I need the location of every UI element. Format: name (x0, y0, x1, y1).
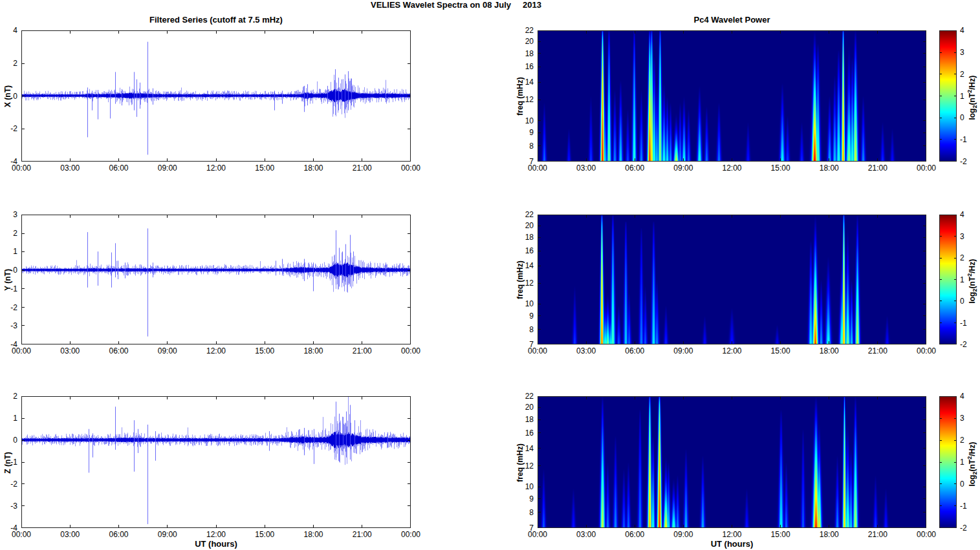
freq-tick-label: 12 (516, 279, 534, 288)
x-tick-label: 00:00 (397, 531, 425, 539)
x-tick-label: 15:00 (250, 531, 279, 539)
colorbar-tick-label: -1 (960, 502, 977, 511)
freq-tick-label: 18 (516, 50, 534, 58)
y-tick-label: -3 (0, 502, 17, 511)
colorbar-tick-label: 4 (960, 26, 977, 35)
freq-tick-label: 7 (516, 524, 534, 533)
y-tick-label: -3 (0, 322, 17, 330)
x-tick-label: 09:00 (669, 347, 697, 355)
freq-tick-label: 16 (516, 429, 534, 438)
freq-tick-label: 12 (516, 462, 534, 471)
colorbar-tick-label: 2 (960, 70, 977, 79)
colorbar-y (939, 215, 957, 344)
freq-tick-label: 9 (516, 129, 534, 137)
x-tick-label: 06:00 (105, 531, 133, 539)
x-tick-label: 15:00 (767, 531, 795, 539)
right-xaxis-label: UT (hours) (538, 539, 926, 549)
colorbar-tick-label: -2 (960, 524, 977, 533)
x-tick-label: 00:00 (912, 531, 941, 539)
z-series-plot (21, 396, 411, 528)
x-tick-label: 03:00 (572, 164, 600, 173)
x-tick-label: 09:00 (669, 531, 697, 539)
x-tick-label: 06:00 (620, 164, 649, 173)
freq-tick-label: 14 (516, 445, 534, 453)
x-tick-label: 00:00 (912, 164, 941, 173)
x-tick-label: 21:00 (864, 347, 892, 355)
x-tick-label: 12:00 (202, 164, 230, 173)
y-tick-label: 0 (0, 436, 17, 445)
x-tick-label: 21:00 (348, 347, 376, 355)
colorbar-tick-label: 0 (960, 114, 977, 122)
freq-tick-label: 14 (516, 78, 534, 87)
x-tick-label: 03:00 (572, 531, 600, 539)
colorbar-tick-label: 4 (960, 211, 977, 219)
right-column-title: Pc4 Wavelet Power (538, 15, 926, 25)
x-tick-label: 09:00 (153, 531, 182, 539)
colorbar-tick-label: 1 (960, 276, 977, 284)
colorbar-tick-label: 0 (960, 480, 977, 489)
x-tick-label: 12:00 (718, 164, 746, 173)
x-tick-label: 15:00 (767, 347, 795, 355)
colorbar-label-sub: 2 (972, 472, 978, 475)
colorbar-tick-label: 0 (960, 297, 977, 306)
x-tick-label: 21:00 (864, 164, 892, 173)
y-tick-label: 1 (0, 414, 17, 423)
colorbar-tick-label: -1 (960, 136, 977, 144)
y-tick-label: 2 (0, 392, 17, 401)
y-tick-label: 4 (0, 26, 17, 35)
x-tick-label: 15:00 (767, 164, 795, 173)
x-tick-label: 03:00 (56, 164, 84, 173)
freq-tick-label: 18 (516, 233, 534, 242)
x-tick-label: 03:00 (572, 347, 600, 355)
colorbar-label-sub: 2 (972, 289, 978, 292)
freq-tick-label: 20 (516, 222, 534, 230)
colorbar-z (939, 396, 957, 528)
x-tick-label: 06:00 (620, 531, 649, 539)
x-tick-label: 15:00 (250, 164, 279, 173)
y-tick-label: 1 (0, 248, 17, 256)
x-tick-label: 18:00 (299, 531, 328, 539)
x-tick-label: 03:00 (56, 347, 84, 355)
x-tick-label: 00:00 (397, 347, 425, 355)
freq-tick-label: 10 (516, 300, 534, 308)
x-tick-label: 21:00 (348, 164, 376, 173)
freq-tick-label: 9 (516, 495, 534, 503)
x-tick-label: 06:00 (105, 164, 133, 173)
x-tick-label: 06:00 (105, 347, 133, 355)
y-tick-label: 0 (0, 92, 17, 101)
freq-tick-label: 22 (516, 26, 534, 35)
y-tick-label: -2 (0, 480, 17, 489)
y-tick-label: -4 (0, 158, 17, 166)
colorbar-tick-label: -2 (960, 158, 977, 166)
freq-tick-label: 7 (516, 158, 534, 166)
x-tick-label: 12:00 (202, 347, 230, 355)
y-tick-label: -2 (0, 125, 17, 133)
colorbar-tick-label: -2 (960, 341, 977, 349)
y-tick-label: -4 (0, 341, 17, 349)
y-tick-label: -4 (0, 524, 17, 533)
figure-title: VELIES Wavelet Spectra on 08 July 2013 (0, 0, 912, 10)
freq-tick-label: 14 (516, 262, 534, 270)
y-tick-label: 2 (0, 59, 17, 68)
freq-tick-label: 8 (516, 326, 534, 334)
freq-tick-label: 20 (516, 37, 534, 46)
x-tick-label: 18:00 (815, 347, 844, 355)
colorbar-tick-label: -1 (960, 319, 977, 328)
y-tick-label: -1 (0, 285, 17, 293)
colorbar-tick-label: 2 (960, 254, 977, 262)
freq-tick-label: 9 (516, 312, 534, 321)
x-tick-label: 09:00 (153, 347, 182, 355)
x-tick-label: 09:00 (669, 164, 697, 173)
x-tick-label: 12:00 (202, 531, 230, 539)
colorbar-label-sub: 2 (972, 105, 978, 109)
freq-tick-label: 8 (516, 142, 534, 151)
x-tick-label: 18:00 (299, 164, 328, 173)
colorbar-tick-label: 3 (960, 48, 977, 57)
freq-tick-label: 8 (516, 509, 534, 517)
y-tick-label: -1 (0, 458, 17, 467)
x-tick-label: 03:00 (56, 531, 84, 539)
x-tick-label: 18:00 (815, 531, 844, 539)
x-tick-label: 12:00 (718, 347, 746, 355)
x-wavelet-spectrogram (538, 30, 926, 162)
y-tick-label: 0 (0, 266, 17, 275)
